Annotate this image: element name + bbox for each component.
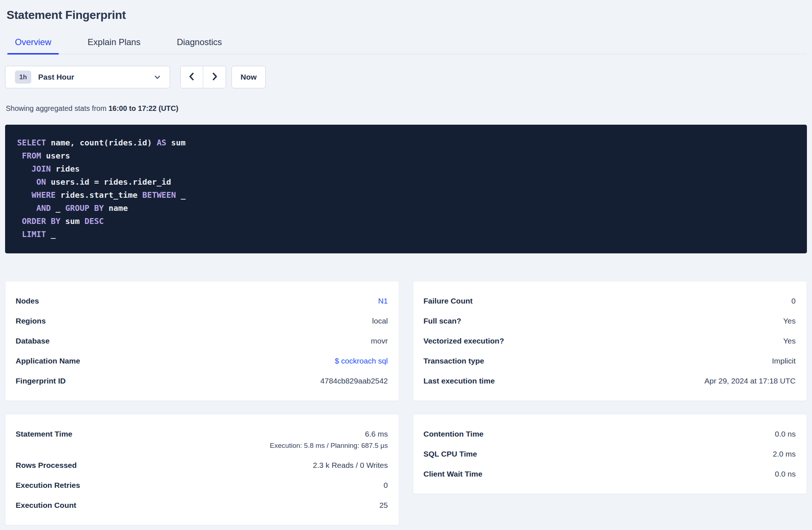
row-value: 6.6 ms <box>365 429 388 439</box>
row-label: Nodes <box>16 296 46 306</box>
row-value: Implicit <box>772 356 796 366</box>
sql-line: SELECT name, count(rides.id) AS sum <box>17 136 796 149</box>
row-label: Execution Retries <box>16 480 87 490</box>
card-wait-times: Contention Time0.0 nsSQL CPU Time2.0 msC… <box>413 414 807 494</box>
sql-text: _ <box>51 204 65 213</box>
card-row: Full scan?Yes <box>423 316 796 326</box>
card-row: NodesN1 <box>16 296 388 306</box>
row-label: Failure Count <box>423 296 480 306</box>
row-value: 0 <box>791 296 796 306</box>
row-value: 0 <box>383 480 388 490</box>
interval-badge: 1h <box>15 71 31 84</box>
sql-line: ON users.id = rides.rider_id <box>17 176 796 189</box>
row-value: 2.0 ms <box>773 449 796 459</box>
now-button[interactable]: Now <box>232 66 266 88</box>
sql-line: ORDER BY sum DESC <box>17 215 796 228</box>
row-label: Execution Count <box>16 500 84 510</box>
card-row: Contention Time0.0 ns <box>423 429 796 439</box>
row-label: Last execution time <box>423 376 502 386</box>
row-value: 25 <box>379 500 388 510</box>
row-label: SQL CPU Time <box>423 449 484 459</box>
row-subvalue: Execution: 5.8 ms / Planning: 687.5 µs <box>16 441 388 450</box>
chevron-down-icon <box>153 73 162 81</box>
card-row: Vectorized execution?Yes <box>423 336 796 346</box>
row-label: Fingerprint ID <box>16 376 73 386</box>
sql-text: _ <box>46 230 56 239</box>
row-value: movr <box>371 336 388 346</box>
row-label: Full scan? <box>423 316 469 326</box>
aggregation-note: Showing aggregated stats from 16:00 to 1… <box>5 104 807 113</box>
row-label: Application Name <box>16 356 87 366</box>
sql-keyword: DESC <box>84 217 104 226</box>
previous-time-window-button[interactable] <box>181 66 203 88</box>
sql-keyword: SELECT <box>17 138 46 147</box>
row-label: Client Wait Time <box>423 469 490 479</box>
row-label: Contention Time <box>423 429 491 439</box>
sql-text: users.id = rides.rider_id <box>46 177 171 186</box>
row-label: Statement Time <box>16 429 80 439</box>
row-value-link[interactable]: N1 <box>378 296 388 306</box>
card-row: Last execution timeApr 29, 2024 at 17:18… <box>423 376 796 386</box>
card-row: Execution Count25 <box>16 500 388 510</box>
sql-keyword: BETWEEN <box>142 190 176 200</box>
sql-text: users <box>41 151 70 160</box>
sql-keyword: JOIN <box>17 164 51 173</box>
sql-keyword: ORDER BY <box>17 217 60 226</box>
card-row: Databasemovr <box>16 336 388 346</box>
card-statement-timing: Statement Time6.6 msExecution: 5.8 ms / … <box>5 414 399 525</box>
tab-explain-plans[interactable]: Explain Plans <box>80 35 148 54</box>
row-value: 4784cb829aab2542 <box>320 376 388 386</box>
row-label: Regions <box>16 316 53 326</box>
overview-cards: NodesN1RegionslocalDatabasemovrApplicati… <box>5 281 807 525</box>
tab-bar: Overview Explain Plans Diagnostics <box>5 35 807 54</box>
sql-line: AND _ GROUP BY name <box>17 202 796 215</box>
card-execution-attributes: Failure Count0Full scan?YesVectorized ex… <box>413 281 807 401</box>
card-row: Transaction typeImplicit <box>423 356 796 366</box>
time-interval-dropdown[interactable]: 1h Past Hour <box>5 66 170 88</box>
sql-text: rides <box>51 164 80 173</box>
row-label: Vectorized execution? <box>423 336 511 346</box>
card-row: SQL CPU Time2.0 ms <box>423 449 796 459</box>
sql-text: sum <box>166 138 186 147</box>
next-time-window-button[interactable] <box>203 66 226 88</box>
statement-fingerprint-page: Statement Fingerprint Overview Explain P… <box>0 0 812 525</box>
chevron-left-icon <box>187 72 197 83</box>
row-label: Transaction type <box>423 356 491 366</box>
sql-text: sum <box>60 217 84 226</box>
sql-text: name, count(rides.id) <box>46 138 157 147</box>
interval-label: Past Hour <box>38 73 74 81</box>
sql-keyword: AND <box>17 204 51 213</box>
row-value: Apr 29, 2024 at 17:18 UTC <box>704 376 796 386</box>
card-row: Application Name$ cockroach sql <box>16 356 388 366</box>
tab-overview[interactable]: Overview <box>7 35 59 54</box>
sql-text: name <box>104 204 128 213</box>
row-label: Database <box>16 336 57 346</box>
card-row: Client Wait Time0.0 ns <box>423 469 796 479</box>
aggregation-note-range: 16:00 to 17:22 (UTC) <box>108 104 178 112</box>
sql-keyword: LIMIT <box>17 230 46 239</box>
chevron-right-icon <box>210 72 220 83</box>
sql-keyword: WHERE <box>17 190 56 200</box>
tab-diagnostics[interactable]: Diagnostics <box>169 35 229 54</box>
sql-keyword: AS <box>157 138 166 147</box>
aggregation-note-prefix: Showing aggregated stats from <box>6 104 108 112</box>
card-row: Rows Processed2.3 k Reads / 0 Writes <box>16 460 388 470</box>
sql-keyword: FROM <box>17 151 41 160</box>
row-value-link[interactable]: $ cockroach sql <box>335 356 388 366</box>
card-statement-details: NodesN1RegionslocalDatabasemovrApplicati… <box>5 281 399 401</box>
sql-line: JOIN rides <box>17 162 796 176</box>
card-row: Statement Time6.6 msExecution: 5.8 ms / … <box>16 429 388 450</box>
sql-keyword: ON <box>17 177 46 186</box>
row-value: Yes <box>783 336 796 346</box>
page-title: Statement Fingerprint <box>7 8 807 22</box>
sql-line: LIMIT _ <box>17 228 796 241</box>
row-value: 0.0 ns <box>775 429 796 439</box>
row-label: Rows Processed <box>16 460 84 470</box>
row-value: 0.0 ns <box>775 469 796 479</box>
sql-line: WHERE rides.start_time BETWEEN _ <box>17 189 796 202</box>
card-row: Fingerprint ID4784cb829aab2542 <box>16 376 388 386</box>
time-controls: 1h Past Hour Now <box>5 66 807 88</box>
sql-statement: SELECT name, count(rides.id) AS sum FROM… <box>5 125 807 253</box>
row-value: Yes <box>783 316 796 326</box>
sql-text: rides.start_time <box>56 190 142 200</box>
